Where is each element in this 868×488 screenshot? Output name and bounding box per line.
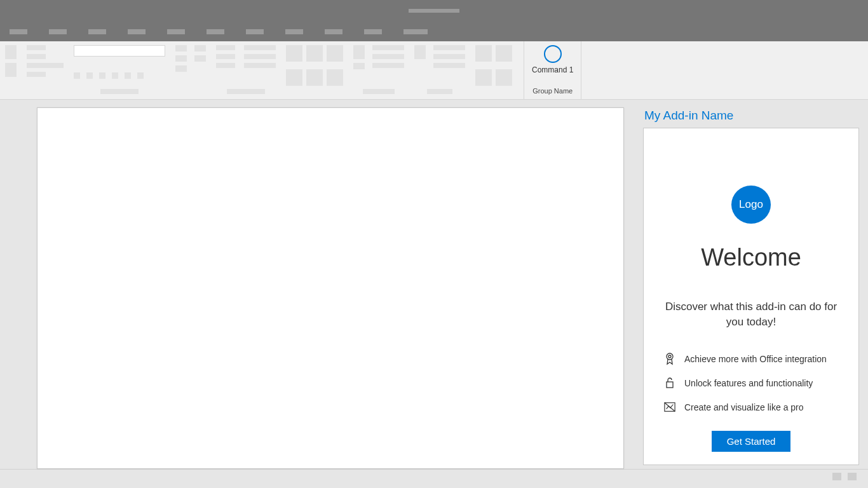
view-button-placeholder[interactable] bbox=[848, 473, 857, 480]
command-1-label[interactable]: Command 1 bbox=[532, 65, 573, 74]
get-started-button[interactable]: Get Started bbox=[712, 431, 791, 452]
title-bar bbox=[0, 0, 868, 22]
svg-line-4 bbox=[665, 403, 675, 412]
feature-item: Create and visualize like a pro bbox=[664, 402, 838, 413]
tab-placeholder[interactable] bbox=[10, 29, 27, 34]
tab-placeholder[interactable] bbox=[285, 29, 303, 34]
ribbon-group-placeholder bbox=[348, 41, 409, 99]
ribbon-group-placeholder bbox=[170, 41, 211, 99]
ribbon-custom-group: Command 1 Group Name bbox=[524, 41, 581, 99]
ribbon-combobox-placeholder[interactable] bbox=[74, 45, 165, 57]
svg-rect-2 bbox=[667, 382, 673, 388]
ribbon-tab-strip bbox=[0, 22, 868, 41]
ribbon-group-placeholder bbox=[69, 41, 170, 99]
view-button-placeholder[interactable] bbox=[832, 473, 841, 480]
tab-placeholder[interactable] bbox=[128, 29, 146, 34]
unlock-icon bbox=[664, 377, 675, 389]
svg-point-0 bbox=[667, 353, 673, 360]
feature-text: Create and visualize like a pro bbox=[684, 402, 804, 412]
feature-item: Unlock features and functionality bbox=[664, 377, 838, 389]
welcome-description: Discover what this add-in can do for you… bbox=[658, 299, 844, 330]
welcome-heading: Welcome bbox=[701, 244, 801, 271]
tab-placeholder[interactable] bbox=[49, 29, 67, 34]
ribbon-group-placeholder bbox=[0, 41, 22, 99]
task-pane: My Add-in Name Logo Welcome Discover wha… bbox=[643, 100, 868, 469]
feature-text: Achieve more with Office integration bbox=[684, 354, 827, 364]
svg-point-1 bbox=[668, 355, 671, 358]
tab-placeholder[interactable] bbox=[207, 29, 224, 34]
tab-placeholder[interactable] bbox=[167, 29, 185, 34]
ribbon-group-placeholder bbox=[22, 41, 69, 99]
ribbon: Command 1 Group Name bbox=[0, 41, 868, 100]
task-pane-body: Logo Welcome Discover what this add-in c… bbox=[643, 128, 859, 465]
feature-text: Unlock features and functionality bbox=[684, 378, 813, 388]
feature-list: Achieve more with Office integration Unl… bbox=[658, 353, 844, 426]
ribbon-group-placeholder bbox=[281, 41, 348, 99]
ribbon-group-placeholder bbox=[409, 41, 470, 99]
tab-placeholder[interactable] bbox=[364, 29, 382, 34]
tab-placeholder[interactable] bbox=[246, 29, 264, 34]
task-pane-title: My Add-in Name bbox=[643, 109, 859, 123]
tab-placeholder[interactable] bbox=[403, 29, 428, 34]
document-page[interactable] bbox=[37, 107, 624, 469]
chart-icon bbox=[664, 402, 675, 413]
ribbon-group-placeholder bbox=[470, 41, 517, 99]
ribbon-badge-icon bbox=[664, 353, 675, 365]
status-bar bbox=[0, 469, 868, 483]
content-area: My Add-in Name Logo Welcome Discover wha… bbox=[0, 100, 868, 469]
tab-placeholder[interactable] bbox=[325, 29, 342, 34]
ribbon-group-placeholder bbox=[211, 41, 281, 99]
feature-item: Achieve more with Office integration bbox=[664, 353, 838, 365]
tab-placeholder[interactable] bbox=[88, 29, 106, 34]
document-area bbox=[0, 100, 643, 469]
command-1-icon[interactable] bbox=[544, 45, 562, 63]
addin-logo: Logo bbox=[731, 186, 771, 224]
window-grip bbox=[409, 9, 459, 13]
custom-group-label: Group Name bbox=[532, 87, 573, 95]
